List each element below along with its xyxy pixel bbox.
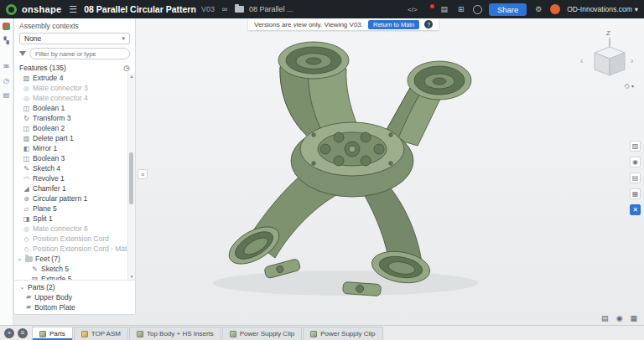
folder-icon (235, 6, 244, 13)
apps-grid-icon[interactable]: ⊞ (456, 5, 466, 13)
explode-icon[interactable]: ▦ (630, 188, 641, 199)
feature-row[interactable]: ▧Extrude 5 (14, 274, 127, 280)
feature-row[interactable]: ▧Extrude 4 (14, 73, 127, 83)
main-menu-icon[interactable]: ☰ (69, 4, 77, 15)
feature-tree[interactable]: ▧Extrude 4 ◎Mate connector 3 ◎Mate conne… (14, 73, 135, 280)
topbar-actions: </> ▤ ⊞ Share ⚙ OD-Innovations.com ▾ (408, 3, 638, 16)
active-tool-icon[interactable]: ✕ (630, 204, 641, 215)
onshape-logo-text[interactable]: onshape (22, 4, 61, 14)
settings-gear-icon[interactable]: ⚙ (533, 5, 543, 13)
tab-power-supply-clip-1[interactable]: Power Supply Clip (222, 327, 302, 340)
feature-row[interactable]: ◫Boolean 1 (14, 103, 127, 113)
circular-pattern-icon: ⊛ (23, 195, 30, 203)
scrollbar-thumb[interactable] (129, 152, 133, 204)
tab-top-asm[interactable]: TOP ASM (74, 327, 128, 340)
left-toolbar: ▚ ✉ ◷ ▤ (0, 18, 13, 325)
link-icon[interactable]: ∞ (220, 5, 230, 13)
appearance-icon[interactable]: ▨ (630, 141, 641, 152)
onshape-logo-icon[interactable] (6, 4, 17, 15)
chevron-down-icon: ▾ (631, 83, 634, 89)
feature-row[interactable]: ◎Mate connector 6 (14, 224, 127, 234)
scroll-down-icon[interactable]: ▼ (130, 274, 134, 279)
feature-row[interactable]: ◎Mate connector 3 (14, 83, 127, 93)
part-studio-icon (39, 331, 46, 337)
version-label[interactable]: V03 (201, 5, 215, 13)
context-select[interactable]: None ▾ (19, 33, 130, 44)
rollback-clock-icon[interactable]: ◷ (123, 64, 130, 72)
properties-icon[interactable]: ▤ (3, 91, 10, 99)
display-mode-button[interactable]: ◇ ▾ (625, 82, 634, 90)
revolve-icon: ◠ (23, 175, 30, 183)
layers-icon[interactable]: ▤ (630, 173, 641, 183)
position-icon: ◇ (23, 245, 30, 253)
svg-text:‹: ‹ (580, 56, 583, 65)
extrude-icon: ▧ (23, 75, 30, 82)
tab-bar: + ≡ Parts TOP ASM Top Body + HS Inserts … (0, 325, 644, 340)
feature-row[interactable]: ✎Sketch 4 (14, 163, 127, 173)
feature-row[interactable]: ◇Position Extension Cord - Mate (14, 244, 127, 254)
account-menu[interactable]: OD-Innovations.com ▾ (567, 5, 638, 13)
view-cube[interactable]: Z ‹ › (579, 27, 637, 82)
position-icon: ◇ (23, 235, 30, 243)
scroll-up-icon[interactable]: ▲ (130, 74, 134, 79)
feature-row[interactable]: ◫Boolean 3 (14, 153, 127, 163)
tab-top-body-hs-inserts[interactable]: Top Body + HS Inserts (129, 327, 221, 340)
learning-center-icon[interactable] (473, 5, 482, 14)
chevron-expanded-icon[interactable]: ⌄ (17, 255, 23, 262)
feature-row[interactable]: ⊛Circular pattern 1 (14, 193, 127, 203)
branch-panel-icon[interactable]: ▚ (3, 37, 8, 44)
document-title: 08 Parallel Circular Pattern (84, 4, 196, 14)
extrude-icon: ▧ (31, 276, 39, 281)
tab-power-supply-clip-2[interactable]: Power Supply Clip (303, 327, 382, 340)
history-icon[interactable]: ◷ (3, 77, 9, 85)
part-icon: ▰ (26, 304, 31, 311)
filter-funnel-icon[interactable] (19, 51, 26, 56)
chevron-down-icon: ▾ (635, 5, 638, 13)
feature-row[interactable]: ◫Boolean 2 (14, 123, 127, 133)
filter-input[interactable] (29, 48, 130, 59)
boolean-icon: ◫ (23, 155, 30, 162)
visibility-icon[interactable]: ◉ (630, 157, 641, 167)
feature-row[interactable]: ◇Position Extension Cord (14, 234, 127, 244)
print-icon[interactable]: ▤ (601, 314, 609, 322)
feature-row[interactable]: ✎Sketch 5 (14, 264, 127, 274)
plane-icon: ▱ (23, 205, 30, 213)
return-to-main-button[interactable]: Return to Main (368, 20, 419, 29)
boolean-icon: ◫ (23, 125, 30, 132)
banner-message: Versions are view only. Viewing V03. (254, 21, 363, 28)
feature-row[interactable]: ◨Split 1 (14, 214, 127, 224)
model-part[interactable] (223, 42, 471, 296)
feature-list-handle[interactable]: ≡ (138, 169, 148, 179)
mate-connector-icon: ◎ (23, 85, 30, 92)
add-tab-button[interactable]: + (4, 328, 14, 338)
user-avatar[interactable] (550, 4, 560, 14)
versions-icon[interactable] (3, 23, 10, 30)
camera-icon[interactable]: ◉ (616, 314, 623, 322)
document-panel-icon[interactable]: ▤ (439, 5, 449, 13)
part-icon: ▰ (26, 294, 31, 301)
context-value: None (24, 34, 41, 43)
mate-connector-icon: ◎ (23, 95, 30, 102)
comments-icon[interactable]: ✉ (3, 63, 9, 70)
feature-row[interactable]: ▱Plane 5 (14, 203, 127, 214)
feedback-code-icon[interactable]: </> (408, 6, 418, 13)
feature-row[interactable]: ↻Transform 3 (14, 113, 127, 123)
breadcrumb[interactable]: 08 Parallel ... (249, 5, 293, 13)
feature-row[interactable]: ◎Mate connector 4 (14, 93, 127, 103)
part-row[interactable]: ▰Upper Body (14, 292, 135, 302)
part-row[interactable]: ▰Bottom Plate (14, 302, 135, 312)
notifications-icon[interactable] (424, 5, 433, 13)
tab-manager-button[interactable]: ≡ (18, 328, 28, 338)
grid-icon[interactable]: ▦ (630, 314, 637, 322)
folder-icon (25, 256, 33, 262)
folder-row[interactable]: ⌄ Feet (7) (14, 254, 127, 264)
tab-parts[interactable]: Parts (32, 327, 73, 340)
feature-row[interactable]: ▥Delete part 1 (14, 133, 127, 143)
help-icon[interactable]: ? (424, 20, 433, 28)
feature-row[interactable]: ◢Chamfer 1 (14, 183, 127, 193)
parts-header[interactable]: ⌄ Parts (2) (14, 281, 135, 292)
feature-row[interactable]: ◠Revolve 1 (14, 173, 127, 183)
feature-row[interactable]: ◧Mirror 1 (14, 143, 127, 153)
parts-count-label: Parts (2) (28, 283, 55, 291)
share-button[interactable]: Share (489, 3, 527, 16)
